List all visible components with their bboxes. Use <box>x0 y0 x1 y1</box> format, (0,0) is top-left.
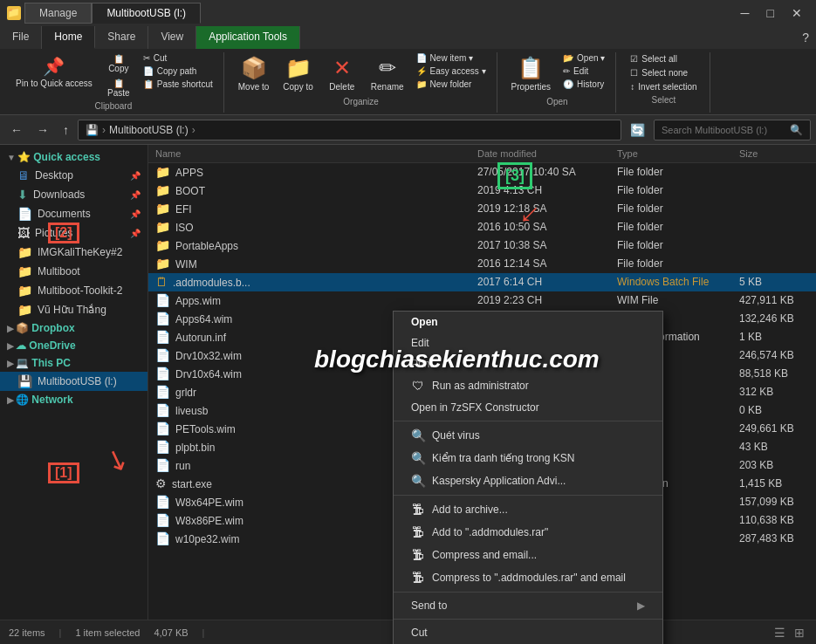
address-bar[interactable]: 💾 › MultibootUSB (l:) › <box>78 120 621 140</box>
ctx-cut[interactable]: Cut <box>394 622 662 643</box>
sidebar-item-vuhuu[interactable]: 📁 Vũ Hữu Thắng <box>0 300 147 319</box>
search-box[interactable]: 🔍 <box>654 120 811 140</box>
sidebar-quick-access[interactable]: ▼ ⭐ Quick access <box>0 148 147 166</box>
copy-path-button[interactable]: 📄 Copy path <box>140 65 216 77</box>
ctx-compress-email[interactable]: 🗜 Compress and email... <box>394 544 662 566</box>
table-row[interactable]: 📁WIM 2016 12:14 SA File folder <box>148 255 816 273</box>
history-label: History <box>577 79 604 89</box>
folder-icon: 📁 <box>155 165 170 179</box>
thispc-icon: 💻 <box>16 357 29 369</box>
shield-icon: 🛡 <box>411 379 425 393</box>
open-items: 📋 Properties 📂 Open ▾ ✏ Edit 🕐 History <box>506 52 609 95</box>
tab-view[interactable]: View <box>148 26 196 49</box>
ctx-compress-rar-label: Compress to ".addmodules.rar" and email <box>432 572 626 584</box>
refresh-button[interactable]: 🔄 <box>625 120 650 140</box>
ctx-check-reputation[interactable]: 🔍 Kiểm tra danh tiếng trong KSN <box>394 447 662 469</box>
edit-button[interactable]: ✏ Edit <box>559 65 608 77</box>
move-icon: 📦 <box>241 56 267 80</box>
sidebar-item-documents[interactable]: 📄 Documents 📌 <box>0 204 147 223</box>
new-item-icon: 📄 <box>416 53 427 63</box>
pin-to-quick-access-button[interactable]: 📌 Pin to Quick access <box>10 52 98 92</box>
sidebar-network[interactable]: ▶ 🌐 Network <box>0 391 147 408</box>
folder-icon: 📁 <box>155 183 170 197</box>
delete-label: Delete <box>329 82 354 92</box>
select-none-button[interactable]: ☐ Select none <box>625 66 702 79</box>
table-row[interactable]: 📁APPS 27/05/2017 10:40 SA File folder <box>148 163 816 182</box>
pin-indicator-pic: 📌 <box>130 229 141 238</box>
select-all-button[interactable]: ☑ Select all <box>625 52 702 65</box>
move-to-button[interactable]: 📦 Move to <box>233 52 275 95</box>
ctx-open-7zsfx[interactable]: Open in 7zSFX Constructor <box>394 397 662 418</box>
new-folder-button[interactable]: 📁 New folder <box>413 79 490 90</box>
copy-to-button[interactable]: 📁 Copy to <box>278 52 318 95</box>
ctx-rar-label: Add to ".addmodules.rar" <box>432 526 548 538</box>
tab-manage[interactable]: Manage <box>24 3 92 24</box>
sidebar-item-multiboot[interactable]: 📁 Multiboot <box>0 262 147 281</box>
delete-button[interactable]: ✕ Delete <box>322 52 362 95</box>
sidebar-this-pc[interactable]: ▶ 💻 This PC <box>0 354 147 372</box>
open-button[interactable]: 📂 Open ▾ <box>559 52 608 64</box>
table-row[interactable]: 🗒.addmodules.b... 2017 6:14 CH Windows B… <box>148 273 816 291</box>
invert-selection-button[interactable]: ↕ Invert selection <box>625 80 702 93</box>
up-button[interactable]: ↑ <box>58 120 74 140</box>
properties-label: Properties <box>511 82 552 92</box>
paste-shortcut-button[interactable]: 📋 Paste shortcut <box>140 79 216 90</box>
ribbon-group-open: 📋 Properties 📂 Open ▾ ✏ Edit 🕐 History <box>499 52 617 113</box>
selected-count: 1 item selected <box>75 627 140 638</box>
search-icon: 🔍 <box>790 124 803 136</box>
sidebar-item-pictures[interactable]: 🖼 Pictures 📌 <box>0 223 147 243</box>
properties-button[interactable]: 📋 Properties <box>506 52 557 95</box>
header-name[interactable]: Name <box>155 148 477 159</box>
ctx-add-archive[interactable]: 🗜 Add to archive... <box>394 498 662 521</box>
table-row[interactable]: 📁ISO 2016 10:50 SA File folder <box>148 218 816 236</box>
sidebar-item-desktop[interactable]: 🖥 Desktop 📌 <box>0 166 147 185</box>
new-item-button[interactable]: 📄 New item ▾ <box>413 52 490 64</box>
ctx-compress-rar-email[interactable]: 🗜 Compress to ".addmodules.rar" and emai… <box>394 566 662 589</box>
ctx-scan-virus[interactable]: 🔍 Quét virus <box>394 424 662 447</box>
table-row[interactable]: 📄Apps.wim 2019 2:23 CH WIM File 427,911 … <box>148 291 816 310</box>
sidebar-item-downloads[interactable]: ⬇ Downloads 📌 <box>0 185 147 204</box>
header-date[interactable]: Date modified <box>477 148 617 159</box>
copy-button[interactable]: 📋 Copy <box>101 52 136 75</box>
ctx-add-rar[interactable]: 🗜 Add to ".addmodules.rar" <box>394 521 662 544</box>
clipboard-items: 📌 Pin to Quick access 📋 Copy 📋 Paste <box>10 52 216 99</box>
ctx-open[interactable]: Open <box>394 312 662 332</box>
ctx-send-to[interactable]: Send to ▶ <box>394 595 662 616</box>
sidebar-onedrive[interactable]: ▶ ☁ OneDrive <box>0 337 147 354</box>
sidebar-item-imgkali[interactable]: 📁 IMGKaliTheKey#2 <box>0 243 147 262</box>
maximize-button[interactable]: □ <box>760 3 781 24</box>
easy-access-button[interactable]: ⚡ Easy access ▾ <box>413 65 490 77</box>
close-button[interactable]: ✕ <box>785 3 809 24</box>
tab-apptools[interactable]: Application Tools <box>196 26 300 49</box>
forward-button[interactable]: → <box>31 120 54 140</box>
rename-button[interactable]: ✏ Rename <box>366 52 409 95</box>
search-input[interactable] <box>662 125 790 135</box>
tab-multibootusb[interactable]: MultibootUSB (l:) <box>92 3 201 24</box>
window-controls: ─ □ ✕ <box>734 3 809 24</box>
copy-path-label: Copy path <box>157 66 197 76</box>
cut-button[interactable]: ✂ Cut <box>140 52 216 64</box>
header-type[interactable]: Type <box>617 148 739 159</box>
minimize-button[interactable]: ─ <box>734 3 757 24</box>
ribbon-help-button[interactable]: ? <box>795 27 816 48</box>
table-row[interactable]: 📁BOOT 2019 4:13 CH File folder <box>148 182 816 200</box>
sidebar-dropbox[interactable]: ▶ 📦 Dropbox <box>0 319 147 337</box>
tab-home[interactable]: Home <box>42 26 95 49</box>
ctx-kaspersky[interactable]: 🔍 Kaspersky Application Advi... <box>394 469 662 492</box>
sidebar-item-multiboot-toolkit[interactable]: 📁 Multiboot-Toolkit-2 <box>0 281 147 300</box>
tab-share[interactable]: Share <box>95 26 148 49</box>
paste-button[interactable]: 📋 Paste <box>101 77 136 99</box>
table-row[interactable]: 📁EFI 2019 12:18 SA File folder <box>148 200 816 218</box>
back-button[interactable]: ← <box>5 120 28 140</box>
history-button[interactable]: 🕐 History <box>559 79 608 90</box>
ctx-run-as-admin[interactable]: 🛡 Run as administrator <box>394 374 662 397</box>
tab-file[interactable]: File <box>0 26 42 49</box>
table-row[interactable]: 📁PortableApps 2017 10:38 SA File folder <box>148 236 816 255</box>
large-icons-view-button[interactable]: ⊞ <box>792 626 807 640</box>
details-view-button[interactable]: ☰ <box>771 626 788 640</box>
kaspersky-icon: 🔍 <box>411 474 425 488</box>
header-size[interactable]: Size <box>739 148 809 159</box>
edit-label: Edit <box>573 66 588 76</box>
sidebar-item-multibootusb[interactable]: 💾 MultibootUSB (l:) <box>0 372 147 391</box>
ctx-open-label: Open <box>411 316 438 328</box>
